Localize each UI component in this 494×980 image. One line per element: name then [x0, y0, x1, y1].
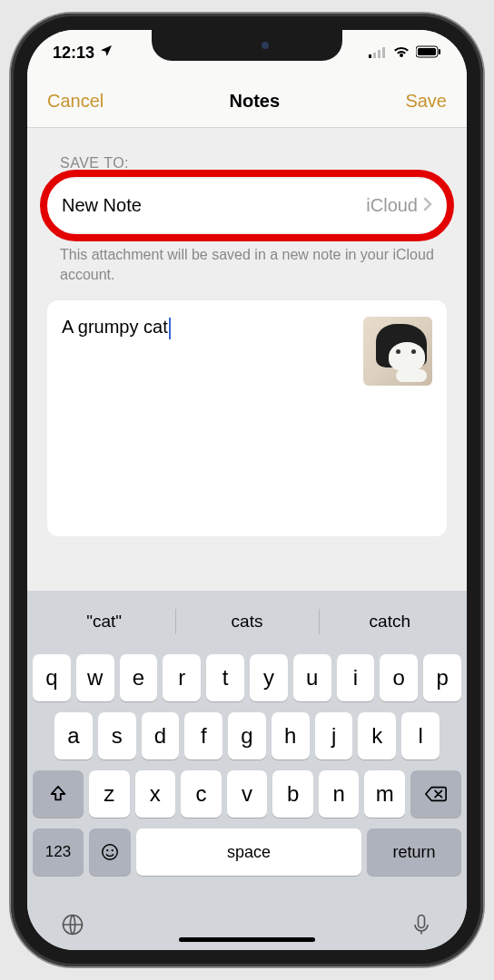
- key-l[interactable]: l: [401, 712, 440, 760]
- space-key[interactable]: space: [136, 828, 361, 876]
- key-u[interactable]: u: [293, 654, 331, 701]
- key-p[interactable]: p: [423, 654, 461, 701]
- key-a[interactable]: a: [54, 712, 93, 760]
- key-c[interactable]: c: [181, 770, 222, 818]
- key-q[interactable]: q: [33, 654, 71, 701]
- key-z[interactable]: z: [89, 770, 130, 818]
- key-s[interactable]: s: [98, 712, 136, 760]
- suggestion-2[interactable]: catch: [319, 598, 461, 645]
- clock: 12:13: [53, 44, 94, 63]
- svg-rect-1: [373, 53, 376, 58]
- backspace-key[interactable]: [410, 770, 461, 818]
- mic-icon[interactable]: [409, 912, 434, 941]
- key-v[interactable]: v: [227, 770, 268, 818]
- shift-key[interactable]: [33, 770, 84, 818]
- key-row-3: z x c v b n m: [33, 770, 461, 818]
- key-o[interactable]: o: [380, 654, 418, 701]
- key-w[interactable]: w: [76, 654, 114, 701]
- destination-title: New Note: [62, 195, 142, 216]
- svg-rect-6: [439, 49, 440, 54]
- svg-rect-3: [382, 47, 385, 58]
- svg-rect-11: [419, 916, 425, 928]
- key-i[interactable]: i: [337, 654, 375, 701]
- svg-point-9: [112, 849, 114, 851]
- suggestion-1[interactable]: cats: [175, 598, 318, 645]
- svg-point-8: [106, 849, 108, 851]
- cellular-icon: [369, 44, 387, 63]
- key-g[interactable]: g: [228, 712, 266, 760]
- key-x[interactable]: x: [135, 770, 176, 818]
- notch: [152, 30, 342, 61]
- note-text: A grumpy cat: [62, 317, 168, 337]
- key-r[interactable]: r: [163, 654, 201, 701]
- phone-frame: 12:13 Cancel Notes Save: [11, 14, 483, 966]
- content-area: SAVE TO: New Note iCloud This attachment…: [27, 128, 467, 591]
- key-m[interactable]: m: [364, 770, 405, 818]
- save-destination-row[interactable]: New Note iCloud: [47, 179, 447, 232]
- note-editor[interactable]: A grumpy cat: [47, 300, 447, 536]
- home-indicator[interactable]: [179, 937, 315, 942]
- battery-icon: [416, 44, 441, 63]
- save-button[interactable]: Save: [405, 91, 447, 112]
- key-row-1: q w e r t y u i o p: [33, 654, 461, 701]
- destination-account: iCloud: [366, 195, 418, 216]
- wifi-icon: [392, 44, 410, 63]
- suggestion-bar: "cat" cats catch: [33, 598, 461, 645]
- svg-rect-5: [418, 48, 436, 55]
- cancel-button[interactable]: Cancel: [47, 91, 104, 112]
- key-y[interactable]: y: [250, 654, 288, 701]
- key-k[interactable]: k: [358, 712, 396, 760]
- key-row-4: 123 space return: [33, 828, 461, 876]
- key-d[interactable]: d: [142, 712, 180, 760]
- key-n[interactable]: n: [319, 770, 360, 818]
- keyboard: "cat" cats catch q w e r t y u i o p a s…: [27, 591, 467, 950]
- key-b[interactable]: b: [272, 770, 313, 818]
- key-f[interactable]: f: [184, 712, 222, 760]
- return-key[interactable]: return: [367, 828, 461, 876]
- chevron-right-icon: [423, 195, 432, 216]
- location-icon: [99, 44, 114, 63]
- page-title: Notes: [230, 91, 281, 112]
- nav-bar: Cancel Notes Save: [27, 75, 467, 128]
- screen: 12:13 Cancel Notes Save: [27, 30, 467, 950]
- key-j[interactable]: j: [315, 712, 353, 760]
- numbers-key[interactable]: 123: [33, 828, 84, 876]
- save-to-label: SAVE TO:: [47, 155, 447, 172]
- key-h[interactable]: h: [272, 712, 310, 760]
- key-e[interactable]: e: [120, 654, 158, 701]
- emoji-key[interactable]: [89, 828, 131, 876]
- globe-icon[interactable]: [60, 912, 85, 941]
- key-t[interactable]: t: [206, 654, 244, 701]
- attachment-thumbnail[interactable]: [363, 317, 432, 386]
- text-cursor: [169, 318, 171, 339]
- svg-point-7: [103, 845, 118, 860]
- svg-rect-0: [369, 54, 371, 58]
- destination-subtitle: This attachment will be saved in a new n…: [47, 232, 447, 300]
- svg-rect-2: [378, 50, 380, 58]
- key-row-2: a s d f g h j k l: [33, 712, 461, 760]
- suggestion-0[interactable]: "cat": [33, 598, 175, 645]
